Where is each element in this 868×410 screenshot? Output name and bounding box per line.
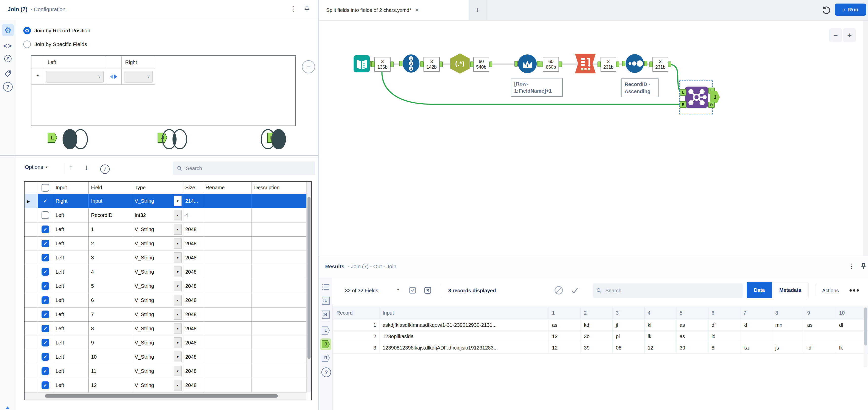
right-field-dropdown[interactable] [124, 71, 153, 82]
options-menu[interactable]: Options [25, 164, 48, 170]
field-row[interactable]: Left RecordID Int32 4 [25, 208, 306, 222]
output-anchor[interactable]: L [320, 326, 331, 336]
type-dropdown[interactable] [174, 295, 182, 305]
code-icon[interactable]: <> [2, 40, 14, 52]
radio-join-by-specific-fields[interactable]: Join by Specific Fields [23, 40, 87, 48]
select-all-icon[interactable] [408, 286, 417, 295]
results-row[interactable]: 2 123opilkaslda 12 3o pi lk as ld [333, 331, 868, 342]
table-horizontal-scrollbar[interactable] [25, 392, 306, 400]
radio-join-by-record-position[interactable]: Join by Record Position [23, 27, 90, 34]
join-input-anchor-right[interactable]: R [680, 101, 686, 108]
input-anchor[interactable]: R [320, 310, 331, 320]
field-row[interactable]: Left 5 V_String 2048 [25, 279, 306, 293]
results-search-box[interactable] [593, 283, 743, 298]
table-vertical-scrollbar[interactable] [307, 182, 311, 392]
join-input-anchor-left[interactable]: L [680, 89, 686, 96]
description-cell[interactable] [251, 208, 306, 222]
field-checkbox[interactable] [41, 353, 49, 361]
field-row[interactable]: Left 11 V_String 2048 [25, 364, 306, 378]
deselect-all-icon[interactable] [424, 286, 432, 295]
field-checkbox[interactable] [41, 325, 49, 332]
description-cell[interactable] [251, 364, 306, 378]
check-icon[interactable] [570, 286, 580, 295]
help-icon[interactable]: ? [321, 368, 331, 377]
join-output-anchor-right[interactable]: R [708, 102, 715, 108]
left-field-dropdown[interactable] [46, 71, 103, 82]
rename-cell[interactable] [203, 364, 251, 378]
kebab-menu-icon[interactable]: ⋮ [290, 6, 297, 12]
rename-cell[interactable] [203, 336, 251, 350]
type-dropdown[interactable] [174, 380, 182, 390]
tab-metadata[interactable]: Metadata [772, 282, 808, 298]
text-input-tool[interactable] [353, 55, 370, 72]
rename-cell[interactable] [203, 265, 251, 279]
run-button[interactable]: ▷ Run [835, 4, 866, 16]
canvas-scrollbar[interactable] [863, 21, 868, 255]
no-issues-icon[interactable] [554, 285, 564, 295]
tab-data[interactable]: Data [747, 282, 772, 298]
field-checkbox[interactable] [41, 339, 49, 346]
rename-cell[interactable] [203, 293, 251, 307]
output-anchor[interactable]: R [320, 353, 331, 363]
description-cell[interactable] [251, 222, 306, 236]
remove-row-button[interactable]: − [302, 60, 315, 73]
record-id-tool[interactable]: 1 2 3 [403, 55, 420, 73]
rename-cell[interactable] [203, 194, 251, 208]
type-dropdown[interactable] [174, 323, 182, 334]
profile-list-icon[interactable] [322, 283, 330, 291]
zoom-in-button[interactable]: + [843, 28, 856, 42]
new-tab-button[interactable]: + [469, 0, 487, 20]
workflow-canvas[interactable]: 3136b 1 2 3 3142b (.*) 60540b [319, 0, 868, 255]
history-icon[interactable] [821, 5, 832, 15]
pin-icon[interactable] [303, 5, 311, 13]
field-checkbox[interactable] [41, 381, 49, 389]
field-checkbox[interactable] [41, 197, 49, 205]
chevron-down-icon[interactable] [397, 287, 399, 292]
rename-cell[interactable] [203, 378, 251, 392]
cross-tab-tool[interactable] [575, 54, 596, 73]
formula-annotation[interactable]: [Row- 1:FieldName]+1 [510, 78, 563, 97]
swap-right-arrow-icon[interactable] [114, 74, 120, 79]
info-icon[interactable]: i [100, 165, 110, 174]
type-dropdown[interactable] [174, 309, 182, 320]
tag-icon[interactable] [2, 68, 14, 80]
results-row[interactable]: 3 12390812398lkajs;dlkdfjADF;dfioiqjsio1… [333, 342, 868, 353]
type-dropdown[interactable] [174, 267, 182, 277]
field-row[interactable]: Left 2 V_String 2048 [25, 236, 306, 250]
description-cell[interactable] [251, 350, 306, 364]
type-dropdown[interactable] [174, 210, 182, 220]
description-cell[interactable] [251, 265, 306, 279]
rename-cell[interactable] [203, 350, 251, 364]
kebab-menu-icon[interactable]: ⋮ [848, 263, 855, 270]
field-row[interactable]: Left 1 V_String 2048 [25, 222, 306, 236]
field-row[interactable]: Left 9 V_String 2048 [25, 336, 306, 350]
zoom-out-button[interactable]: − [829, 28, 842, 42]
type-dropdown[interactable] [174, 281, 182, 291]
field-row[interactable]: Left 3 V_String 2048 [25, 250, 306, 265]
field-row[interactable]: Left 8 V_String 2048 [25, 321, 306, 336]
gear-icon[interactable]: ⚙ [2, 24, 14, 36]
fields-dropdown[interactable]: 32 of 32 Fields [345, 288, 378, 294]
open-example-icon[interactable] [2, 53, 14, 65]
swap-left-arrow-icon[interactable] [107, 74, 113, 79]
field-row[interactable]: Left 4 V_String 2048 [25, 265, 306, 279]
type-dropdown[interactable] [174, 252, 182, 263]
description-cell[interactable] [251, 236, 306, 250]
multi-row-formula-tool[interactable] [518, 55, 537, 73]
move-down-icon[interactable]: ↓ [85, 163, 88, 172]
sort-tool[interactable] [626, 54, 644, 73]
field-checkbox[interactable] [41, 240, 49, 247]
field-checkbox[interactable] [41, 282, 49, 290]
type-dropdown[interactable] [174, 366, 182, 376]
results-vertical-scrollbar[interactable] [864, 306, 867, 367]
description-cell[interactable] [251, 307, 306, 321]
description-cell[interactable] [251, 321, 306, 336]
rename-cell[interactable] [203, 279, 251, 293]
workflow-tab[interactable]: Split fields into fields of 2 chars.yxmd… [319, 0, 469, 20]
field-row[interactable]: Left 12 V_String 2048 [25, 378, 306, 392]
sort-annotation[interactable]: RecordID - Ascending [621, 78, 658, 97]
rename-cell[interactable] [203, 250, 251, 265]
type-dropdown[interactable] [174, 196, 182, 206]
input-anchor[interactable]: L [320, 296, 331, 306]
rename-cell[interactable] [203, 222, 251, 236]
